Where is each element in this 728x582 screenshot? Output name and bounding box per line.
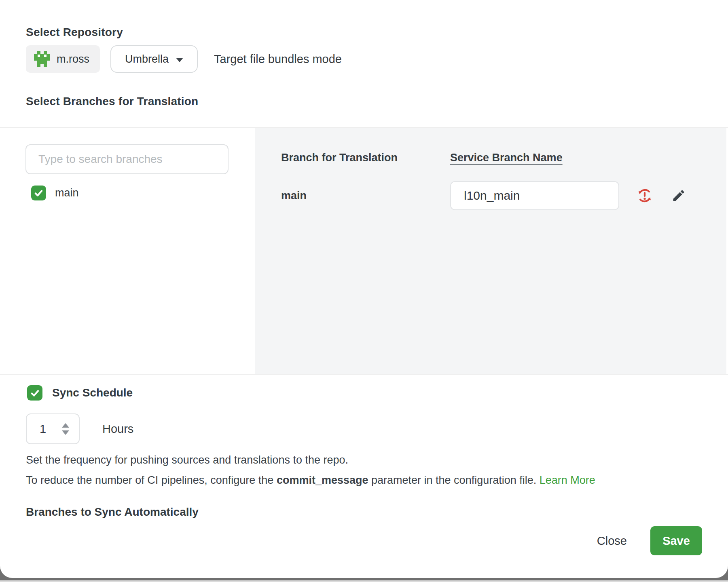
sync-schedule-label: Sync Schedule: [52, 386, 133, 399]
hours-unit-label: Hours: [102, 422, 133, 436]
save-button[interactable]: Save: [650, 526, 702, 555]
hours-stepper[interactable]: 1: [26, 413, 80, 444]
branch-list-panel: main: [0, 128, 255, 374]
branch-name-cell: main: [281, 190, 450, 202]
ci-note-suffix: parameter in the configuration file.: [368, 474, 540, 486]
chevron-down-icon: [176, 58, 183, 62]
repository-row: m.ross Umbrella Target file bundles mode: [26, 45, 702, 73]
project-dropdown[interactable]: Umbrella: [110, 45, 198, 73]
stepper-down-icon[interactable]: [62, 430, 69, 435]
select-branches-title: Select Branches for Translation: [26, 95, 702, 108]
ci-pipelines-note: To reduce the number of CI pipelines, co…: [26, 473, 702, 487]
stepper-arrows-icon[interactable]: [62, 423, 69, 435]
sync-schedule-section: Sync Schedule 1 Hours Set the frequency …: [0, 375, 728, 526]
sync-frequency-row: 1 Hours: [26, 413, 702, 444]
column-service-branch-name[interactable]: Service Branch Name: [450, 152, 563, 164]
branch-checkbox-checked-icon[interactable]: [31, 186, 46, 200]
branch-mapping-panel: Branch for Translation Service Branch Na…: [255, 128, 726, 374]
branches-area: main Branch for Translation Service Bran…: [0, 127, 728, 375]
repo-avatar-identicon-icon: [34, 51, 50, 67]
target-mode-text: Target file bundles mode: [214, 53, 342, 66]
project-dropdown-label: Umbrella: [125, 53, 169, 65]
branches-to-sync-title: Branches to Sync Automatically: [26, 505, 702, 518]
branch-list-item[interactable]: main: [31, 186, 255, 200]
column-branch-for-translation: Branch for Translation: [281, 152, 450, 164]
repository-section: Select Repository m.ro: [0, 0, 728, 127]
ci-note-prefix: To reduce the number of CI pipelines, co…: [26, 474, 277, 486]
sync-schedule-toggle[interactable]: Sync Schedule: [27, 385, 702, 401]
edit-pencil-icon[interactable]: [669, 186, 688, 205]
repository-chip[interactable]: m.ross: [26, 45, 100, 73]
frequency-description: Set the frequency for pushing sources an…: [26, 453, 702, 467]
integration-settings-modal: Select Repository m.ro: [0, 0, 728, 578]
stepper-up-icon[interactable]: [62, 423, 69, 428]
modal-footer: Close Save: [0, 526, 728, 578]
branch-mapping-row: main: [281, 181, 726, 210]
hours-value: 1: [40, 422, 46, 436]
repository-chip-label: m.ross: [57, 53, 89, 65]
service-branch-name-input[interactable]: [450, 181, 619, 210]
branch-item-label: main: [55, 187, 79, 199]
close-button[interactable]: Close: [597, 534, 627, 548]
select-repository-title: Select Repository: [26, 26, 702, 39]
branch-mapping-header: Branch for Translation Service Branch Na…: [281, 152, 726, 164]
sync-schedule-checkbox-checked-icon[interactable]: [27, 385, 42, 401]
sync-error-icon[interactable]: [635, 186, 654, 205]
commit-message-param: commit_message: [277, 474, 368, 486]
branch-search-input[interactable]: [25, 144, 229, 174]
learn-more-link[interactable]: Learn More: [540, 474, 595, 486]
